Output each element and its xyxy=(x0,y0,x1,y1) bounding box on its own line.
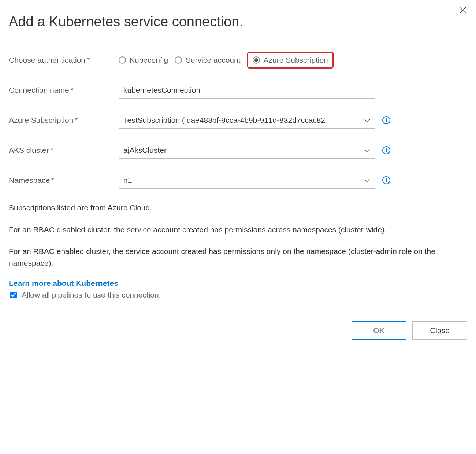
aks-cluster-row: AKS cluster* ajAksCluster i xyxy=(9,142,467,159)
dialog-title: Add a Kubernetes service connection. xyxy=(9,14,467,30)
aks-cluster-select[interactable]: ajAksCluster xyxy=(119,142,375,159)
radio-icon xyxy=(253,56,260,64)
note-subscriptions: Subscriptions listed are from Azure Clou… xyxy=(9,202,467,214)
radio-label: Azure Subscription xyxy=(264,56,328,64)
select-value: ajAksCluster xyxy=(123,146,167,155)
select-value: TestSubscription ( dae488bf-9cca-4b9b-91… xyxy=(123,116,325,125)
auth-radio-azure-highlight: Azure Subscription xyxy=(247,52,334,69)
learn-more-link[interactable]: Learn more about Kubernetes xyxy=(9,279,118,288)
aks-cluster-label: AKS cluster* xyxy=(9,146,119,155)
chevron-down-icon xyxy=(364,116,370,125)
info-icon[interactable]: i xyxy=(382,116,390,124)
select-value: n1 xyxy=(123,176,132,185)
note-rbac-disabled: For an RBAC disabled cluster, the servic… xyxy=(9,224,467,236)
radio-icon xyxy=(175,56,182,64)
connection-name-input[interactable] xyxy=(119,82,375,99)
auth-label: Choose authentication* xyxy=(9,56,119,64)
auth-row: Choose authentication* Kubeconfig Servic… xyxy=(9,52,467,69)
note-rbac-enabled: For an RBAC enabled cluster, the service… xyxy=(9,246,467,269)
connection-name-label: Connection name* xyxy=(9,86,119,95)
allow-pipelines-row: Allow all pipelines to use this connecti… xyxy=(9,291,467,299)
info-icon[interactable]: i xyxy=(382,176,390,184)
auth-radio-kubeconfig[interactable]: Kubeconfig xyxy=(119,56,168,64)
namespace-row: Namespace* n1 i xyxy=(9,172,467,189)
chevron-down-icon xyxy=(364,146,370,155)
auth-radio-azure-subscription[interactable]: Azure Subscription xyxy=(253,56,328,64)
radio-label: Kubeconfig xyxy=(130,56,168,64)
ok-button[interactable]: OK xyxy=(352,321,406,340)
close-button[interactable]: Close xyxy=(412,321,467,340)
service-connection-dialog: Add a Kubernetes service connection. Cho… xyxy=(0,0,476,348)
info-icon[interactable]: i xyxy=(382,146,390,154)
allow-pipelines-checkbox[interactable] xyxy=(10,292,17,298)
auth-radio-group: Kubeconfig Service account Azure Subscri… xyxy=(119,52,334,69)
azure-subscription-select[interactable]: TestSubscription ( dae488bf-9cca-4b9b-91… xyxy=(119,112,375,129)
close-icon[interactable] xyxy=(458,4,468,17)
namespace-select[interactable]: n1 xyxy=(119,172,375,189)
allow-pipelines-label: Allow all pipelines to use this connecti… xyxy=(22,291,161,299)
radio-icon xyxy=(119,56,126,64)
azure-subscription-label: Azure Subscription* xyxy=(9,116,119,125)
auth-radio-service-account[interactable]: Service account xyxy=(175,56,240,64)
dialog-buttons: OK Close xyxy=(9,321,467,340)
namespace-label: Namespace* xyxy=(9,176,119,185)
azure-subscription-row: Azure Subscription* TestSubscription ( d… xyxy=(9,112,467,129)
connection-name-row: Connection name* xyxy=(9,82,467,99)
radio-label: Service account xyxy=(186,56,240,64)
chevron-down-icon xyxy=(364,176,370,185)
